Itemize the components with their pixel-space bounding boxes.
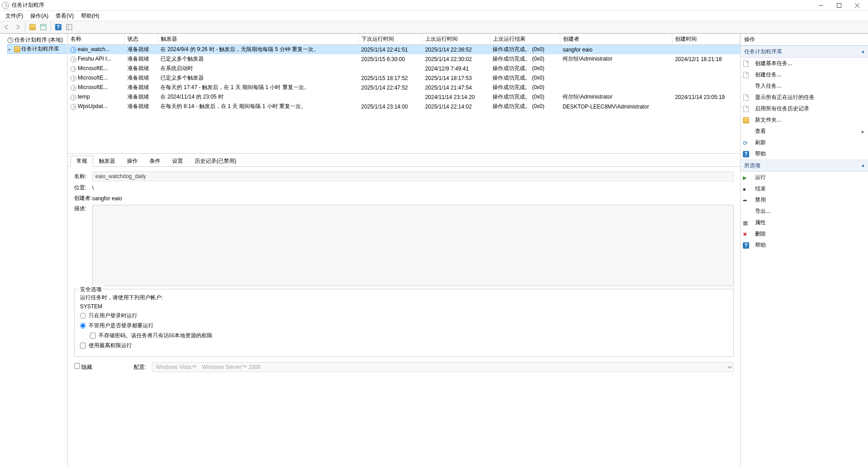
back-button[interactable] (2, 22, 12, 32)
action-item[interactable]: 创建基本任务... (741, 58, 868, 69)
action-item[interactable]: ?帮助 (741, 240, 868, 251)
tree-library[interactable]: ▸ 任务计划程序库 (7, 44, 66, 54)
menu-3[interactable]: 帮助(H) (77, 11, 103, 21)
main-content: 任务计划程序 (本地) ▸ 任务计划程序库 名称状态触发器下次运行时间上次运行时… (0, 33, 868, 467)
column-header[interactable]: 上次运行时间 (422, 34, 490, 45)
location-value: \ (92, 185, 94, 191)
action-label: 创建基本任务... (755, 60, 792, 67)
clock-icon (70, 104, 76, 110)
table-cell: 准备就绪 (125, 45, 158, 55)
security-options-box: 安全选项 运行任务时，请使用下列用户帐户: SYSTEM 只在用户登录时运行 不… (74, 289, 734, 357)
action-label: 刷新 (755, 139, 766, 146)
action-item[interactable]: 新文件夹... (741, 114, 868, 126)
action-item[interactable]: 禁用 (741, 194, 868, 206)
column-header[interactable]: 名称 (68, 34, 125, 45)
tab-2[interactable]: 操作 (121, 156, 144, 167)
table-cell: 操作成功完成。 (0x0) (490, 45, 560, 55)
table-cell: MicrosoftE... (68, 73, 125, 83)
expand-icon[interactable]: ▸ (9, 47, 13, 52)
action-label: 启用所有任务历史记录 (755, 105, 809, 113)
table-cell: 2024/12/1 18:21:18 (672, 54, 740, 64)
action-item[interactable]: 导出... (741, 206, 868, 217)
table-cell: 操作成功完成。 (0x0) (490, 73, 560, 83)
tab-4[interactable]: 设置 (166, 156, 189, 167)
view-button[interactable] (64, 22, 74, 32)
view-pane-button[interactable] (38, 22, 48, 32)
menu-0[interactable]: 文件(F) (2, 11, 27, 21)
action-item[interactable]: 查看▸ (741, 126, 868, 137)
tab-0[interactable]: 常规 (70, 156, 93, 167)
task-list[interactable]: 名称状态触发器下次运行时间上次运行时间上次运行结果创建者创建时间 eaio_wa… (68, 34, 740, 154)
action-label: 新文件夹... (755, 116, 781, 124)
action-item[interactable]: 导入任务... (741, 80, 868, 92)
action-item[interactable]: 运行 (741, 172, 868, 183)
action-item[interactable]: 显示所有正在运行的任务 (741, 92, 868, 103)
opt-nopass[interactable]: 不存储密码。该任务将只有访问本地资源的权限 (90, 332, 728, 340)
clock-icon (70, 66, 76, 72)
table-cell: Feishu API I... (68, 54, 125, 64)
tree-root[interactable]: 任务计划程序 (本地) (1, 36, 66, 44)
center-pane: 名称状态触发器下次运行时间上次运行时间上次运行结果创建者创建时间 eaio_wa… (68, 34, 741, 467)
folder-icon (14, 46, 20, 52)
up-button[interactable] (28, 22, 38, 32)
action-label: 删除 (755, 230, 766, 238)
column-header[interactable]: 创建者 (560, 34, 672, 45)
column-header[interactable]: 下次运行时间 (358, 34, 422, 45)
tab-5[interactable]: 历史记录(已禁用) (189, 156, 242, 167)
desc-field[interactable] (92, 205, 734, 286)
tab-1[interactable]: 触发器 (93, 156, 121, 167)
menu-1[interactable]: 操作(A) (27, 11, 52, 21)
column-header[interactable]: 上次运行结果 (490, 34, 560, 45)
table-row[interactable]: WpsUpdat...准备就绪在每天的 8:14 - 触发后，在 1 天 期间每… (68, 102, 740, 111)
collapse-icon[interactable]: ▴ (862, 162, 864, 170)
table-cell: eaio_watch... (68, 45, 125, 55)
opt-highest[interactable]: 使用最高权限运行 (80, 342, 728, 349)
opt-logged-on[interactable]: 只在用户登录时运行 (80, 312, 728, 320)
opt-any[interactable]: 不管用户是否登录都要运行 (80, 322, 728, 330)
check-nopass[interactable] (90, 333, 96, 339)
name-field[interactable] (92, 171, 734, 181)
table-row[interactable]: MicrosoftE...准备就绪在系统启动时2024/12/9 7:49:41… (68, 64, 740, 73)
check-hidden[interactable] (74, 363, 80, 369)
actions-panel: 操作 任务计划程序库 ▴ 创建基本任务...创建任务...导入任务...显示所有… (741, 34, 868, 467)
help-toolbar-button[interactable]: ? (53, 22, 63, 32)
action-item[interactable]: 删除 (741, 228, 868, 240)
radio-any[interactable] (80, 323, 86, 329)
column-header[interactable]: 状态 (125, 34, 158, 45)
action-item[interactable]: 结束 (741, 183, 868, 194)
help-icon: ? (742, 242, 750, 249)
table-cell (672, 102, 740, 111)
action-label: 显示所有正在运行的任务 (755, 94, 815, 101)
tab-3[interactable]: 条件 (144, 156, 166, 167)
refresh-icon (742, 139, 750, 146)
table-row[interactable]: temp准备就绪在 2024/11/14 的 23:05 时2024/11/14… (68, 92, 740, 102)
config-select[interactable]: Windows Vista™、Windows Server™ 2008 (152, 362, 734, 372)
action-item[interactable]: 启用所有任务历史记录 (741, 103, 868, 114)
column-header[interactable]: 创建时间 (672, 34, 740, 45)
table-cell: 2024/11/14 23:05:19 (672, 92, 740, 102)
hidden-option[interactable]: 隐藏 (74, 363, 92, 371)
close-button[interactable] (848, 0, 866, 10)
table-cell: 何尔恒\Administrator (560, 92, 672, 102)
action-item[interactable]: 属性 (741, 217, 868, 228)
action-item[interactable]: 刷新 (741, 137, 868, 148)
check-highest[interactable] (80, 343, 86, 349)
location-label: 位置: (74, 184, 92, 192)
table-row[interactable]: MicrosoftE...准备就绪已定义多个触发器2025/1/15 18:17… (68, 73, 740, 83)
table-row[interactable]: eaio_watch...准备就绪在 2024/9/4 的 9:26 时 - 触… (68, 45, 740, 55)
action-item[interactable]: ?帮助 (741, 148, 868, 160)
maximize-button[interactable] (830, 0, 848, 10)
minimize-button[interactable] (812, 0, 830, 10)
clock-icon (70, 94, 76, 100)
radio-logged-on[interactable] (80, 313, 86, 319)
forward-button[interactable] (13, 22, 23, 32)
chevron-right-icon: ▸ (862, 128, 864, 135)
table-row[interactable]: MicrosoftE...准备就绪在每天的 17:47 - 触发后，在 1 天 … (68, 83, 740, 92)
table-cell: 准备就绪 (125, 83, 158, 92)
column-header[interactable]: 触发器 (158, 34, 358, 45)
collapse-icon[interactable]: ▴ (862, 48, 864, 56)
run-icon (742, 174, 750, 181)
menu-2[interactable]: 查看(V) (52, 11, 77, 21)
action-item[interactable]: 创建任务... (741, 69, 868, 80)
table-row[interactable]: Feishu API I...准备就绪已定义多个触发器2025/1/15 6:3… (68, 54, 740, 64)
